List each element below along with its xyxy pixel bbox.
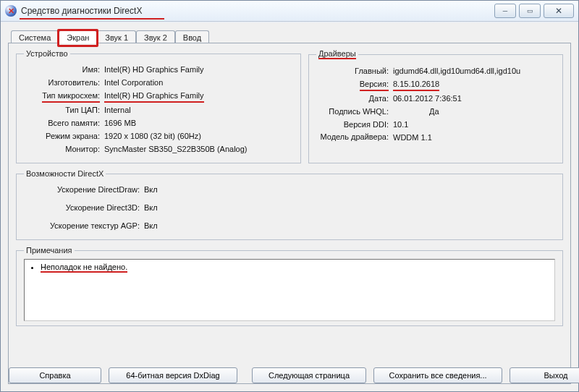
device-mode-label: Режим экрана: — [24, 131, 100, 142]
next-page-button[interactable]: Следующая страница — [252, 367, 366, 383]
device-monitor-value: SyncMaster SB350_S22B350B (Analog) — [104, 144, 248, 155]
notes-item: Неполадок не найдено. — [41, 263, 127, 273]
tab-input[interactable]: Ввод — [175, 30, 209, 43]
device-mem-label: Всего памяти: — [24, 118, 100, 129]
dxcaps-dd-label: Ускорение DirectDraw: — [24, 184, 140, 195]
tab-strip: Система Экран Звук 1 Звук 2 Ввод — [11, 27, 571, 43]
device-name-value: Intel(R) HD Graphics Family — [104, 64, 204, 75]
tab-display[interactable]: Экран — [59, 30, 97, 43]
driver-ddi-label: Версия DDI: — [316, 119, 389, 130]
device-chip-label: Тип микросхем: — [24, 90, 100, 103]
notes-textbox[interactable]: Неполадок не найдено. — [24, 259, 555, 321]
maximize-button[interactable]: ▭ — [519, 4, 541, 18]
driver-date-value: 06.01.2012 7:36:51 — [393, 93, 462, 104]
driver-model-label: Модель драйвера: — [316, 132, 389, 143]
dxcaps-legend: Возможности DirectX — [24, 169, 106, 178]
device-mode-value: 1920 x 1080 (32 bit) (60Hz) — [104, 131, 201, 142]
window-title: Средство диагностики DirectX — [21, 6, 142, 16]
notes-group: Примечания Неполадок не найдено. — [16, 246, 563, 326]
tab-page-display: Устройство Имя:Intel(R) HD Graphics Fami… — [8, 43, 571, 384]
dxcaps-agp-label: Ускорение текстур AGP: — [24, 221, 140, 231]
dxdiag-window: ✕ Средство диагностики DirectX ─ ▭ ✕ Сис… — [0, 0, 579, 392]
dxcaps-d3d-label: Ускорение Direct3D: — [24, 203, 140, 213]
tab-label: Система — [19, 33, 51, 42]
dxdiag-icon: ✕ — [5, 5, 17, 17]
dxcaps-d3d-value: Вкл — [144, 203, 158, 213]
device-monitor-label: Монитор: — [24, 144, 100, 155]
driver-ddi-value: 10.1 — [393, 119, 408, 130]
minimize-button[interactable]: ─ — [494, 4, 516, 18]
dxcaps-group: Возможности DirectX Ускорение DirectDraw… — [16, 169, 563, 240]
title-bar: ✕ Средство диагностики DirectX ─ ▭ ✕ — [1, 1, 578, 22]
client-area: Система Экран Звук 1 Звук 2 Ввод Устройс… — [8, 27, 571, 384]
device-legend: Устройство — [24, 49, 70, 58]
device-vendor-label: Изготовитель: — [24, 77, 100, 88]
tab-sound1[interactable]: Звук 1 — [97, 30, 136, 43]
device-chip-value: Intel(R) HD Graphics Family — [104, 90, 204, 103]
save-all-button[interactable]: Сохранить все сведения... — [373, 367, 502, 383]
title-red-underline — [20, 18, 164, 20]
exit-button[interactable]: Выход — [510, 367, 579, 383]
device-vendor-value: Intel Corporation — [104, 77, 163, 88]
dxcaps-agp-value: Вкл — [144, 221, 158, 231]
driver-whql-label: Подпись WHQL: — [316, 106, 389, 117]
tab-label: Звук 2 — [144, 33, 167, 42]
tab-label: Экран — [67, 33, 89, 42]
help-button[interactable]: Справка — [9, 367, 101, 383]
window-controls: ─ ▭ ✕ — [494, 4, 574, 18]
device-group: Устройство Имя:Intel(R) HD Graphics Fami… — [16, 49, 301, 163]
drivers-group: Драйверы Главный:igdumd64.dll,igd10umd64… — [308, 49, 563, 163]
tab-label: Ввод — [183, 33, 201, 42]
tab-system[interactable]: Система — [11, 30, 59, 43]
driver-model-value: WDDM 1.1 — [393, 132, 432, 143]
drivers-legend: Драйверы — [316, 49, 358, 59]
button-row: Справка 64-битная версия DxDiag Следующа… — [9, 367, 570, 383]
tab-label: Звук 1 — [105, 33, 128, 42]
device-name-label: Имя: — [24, 64, 100, 75]
driver-whql-value: Да — [429, 106, 439, 117]
driver-version-label: Версия: — [316, 79, 389, 91]
close-button[interactable]: ✕ — [544, 4, 574, 18]
driver-version-value: 8.15.10.2618 — [393, 79, 439, 91]
notes-legend: Примечания — [24, 246, 75, 255]
dxcaps-dd-value: Вкл — [144, 184, 158, 195]
driver-date-label: Дата: — [316, 93, 389, 104]
driver-main-value: igdumd64.dll,igd10umd64.dll,igd10u — [393, 66, 520, 77]
device-mem-value: 1696 MB — [104, 118, 136, 129]
device-dac-label: Тип ЦАП: — [24, 105, 100, 116]
device-dac-value: Internal — [104, 105, 131, 116]
dxdiag64-button[interactable]: 64-битная версия DxDiag — [109, 367, 237, 383]
tab-sound2[interactable]: Звук 2 — [136, 30, 175, 43]
driver-main-label: Главный: — [316, 66, 389, 77]
